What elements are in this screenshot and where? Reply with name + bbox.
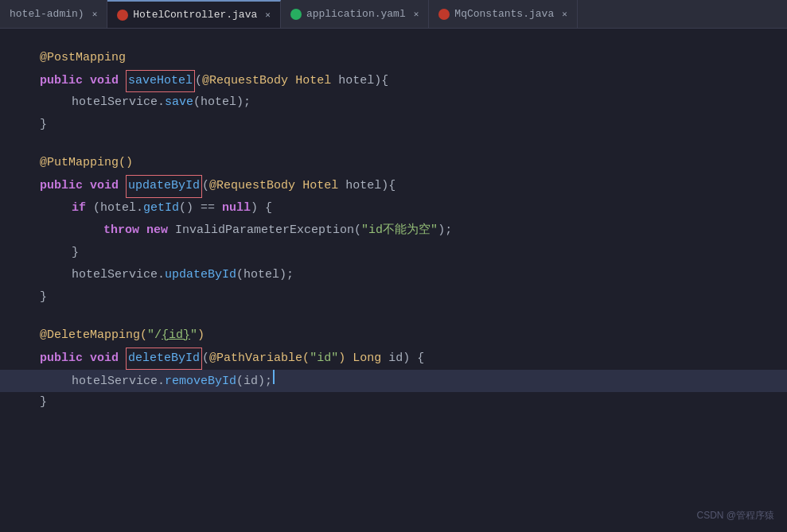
tab-hotel-controller-close[interactable]: ✕ [265,10,271,20]
path-variable-kw: @PathVariable( [209,348,310,369]
empty-2 [40,309,755,325]
kw-throw: throw [103,220,139,241]
exception-class: InvalidParameterException( [175,220,361,241]
yaml-icon [290,9,302,20]
string-id-error: "id不能为空" [361,220,438,241]
line-annotation-put: @PutMapping() [40,153,755,175]
method-save: save [165,92,193,113]
cursor [273,370,275,384]
tab-hotel-controller-label: HotelController.java [133,9,257,21]
tab-hotel-admin-label: hotel-admin) [10,8,84,20]
kw-public-1: public [40,71,83,91]
tab-application-yaml[interactable]: application.yaml ✕ [281,0,429,28]
line-close-1: } [40,115,755,137]
line-close-if: } [40,243,755,265]
param-hotel-2: hotel [345,176,381,196]
path-variable-close: ) [338,348,345,369]
param-hotel-1: hotel [338,71,374,91]
tab-mq-constants[interactable]: MqConstants.java ✕ [429,0,577,28]
java-icon-2 [438,9,450,20]
put-mapping-annotation: @PutMapping() [40,153,133,173]
hotel-service-3: hotelService [72,371,158,392]
tab-mq-constants-close[interactable]: ✕ [562,9,567,19]
method-save-hotel: saveHotel [126,70,195,92]
tab-bar: hotel-admin) ✕ HotelController.java ✕ ap… [0,0,787,29]
kw-void-3: void [90,348,119,369]
delete-mapping-kw: @DeleteMapping( [40,325,147,346]
line-close-2: } [40,287,755,309]
hotel-service-2: hotelService [72,265,158,285]
tab-application-yaml-close[interactable]: ✕ [414,9,419,19]
tab-hotel-admin[interactable]: hotel-admin) ✕ [0,0,107,28]
code-editor: @PostMapping public void saveHotel(@Requ… [0,29,787,532]
req-body-1: @RequestBody [202,71,288,91]
line-hotel-remove: hotelService.removeById(id); [0,370,787,392]
punct-1: ( [195,71,202,91]
line-close-3: } [40,392,755,414]
req-body-2: @RequestBody [209,176,295,196]
line-hotel-save: hotelService.save(hotel); [40,92,755,115]
method-delete-by-id: deleteById [126,348,202,370]
line-update-by-id-sig: public void updateById(@RequestBody Hote… [40,175,755,197]
kw-void-1: void [90,71,119,91]
tab-mq-constants-label: MqConstants.java [454,8,554,20]
method-update-by-id: updateById [126,175,202,197]
watermark: CSDN @管程序猿 [696,507,774,524]
line-save-hotel-sig: public void saveHotel(@RequestBody Hotel… [40,70,755,92]
line-annotation-delete: @DeleteMapping("/{id}") [40,325,755,348]
post-mapping-annotation: @PostMapping [40,48,126,68]
type-long: Long [353,348,381,369]
punct-2: ){ [374,71,388,91]
line-if: if (hotel.getId() == null) { [40,198,755,220]
tab-hotel-admin-close[interactable]: ✕ [92,9,98,19]
method-update-by-id-call: updateById [165,265,236,285]
line-delete-by-id-sig: public void deleteById(@PathVariable("id… [40,348,755,370]
method-remove-by-id: removeById [165,371,236,392]
delete-mapping-close: ) [197,325,205,346]
hotel-service-1: hotelService [72,92,158,113]
type-hotel-2: Hotel [302,176,338,196]
tab-application-yaml-label: application.yaml [306,8,406,20]
kw-null: null [222,198,251,219]
delete-mapping-path-prefix: "/{id}" [147,325,197,346]
param-id: id [388,348,403,369]
kw-if: if [72,198,86,219]
line-annotation-post: @PostMapping [40,48,755,70]
line-hotel-update: hotelService.updateById(hotel); [40,265,755,287]
method-get-id: getId [143,198,179,219]
kw-new: new [146,220,168,241]
kw-public-2: public [40,176,83,196]
empty-1 [40,137,755,153]
java-icon [117,10,128,21]
tab-hotel-controller[interactable]: HotelController.java ✕ [107,0,281,28]
kw-public-3: public [40,348,83,369]
line-throw: throw new InvalidParameterException("id不… [40,220,755,243]
type-hotel-1: Hotel [295,71,331,91]
kw-void-2: void [90,176,119,196]
path-variable-id: "id" [310,348,338,369]
